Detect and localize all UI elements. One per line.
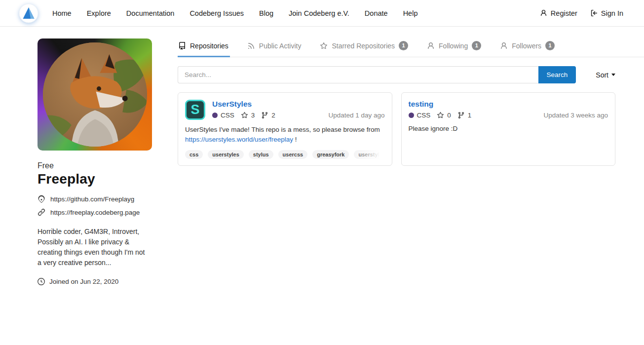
description-text: Please ignore :D <box>409 125 458 132</box>
nav-item-codeberg-issues[interactable]: Codeberg Issues <box>189 9 244 17</box>
sign-in-label: Sign In <box>601 9 623 17</box>
location-pin-icon <box>38 195 45 203</box>
profile-bio: Horrible coder, G4M3R, Introvert, Possib… <box>38 227 150 268</box>
rss-icon <box>247 42 255 50</box>
nav-item-help[interactable]: Help <box>403 9 418 17</box>
star-icon <box>241 112 248 119</box>
nav-item-explore[interactable]: Explore <box>87 9 111 17</box>
nav-item-home[interactable]: Home <box>52 9 72 17</box>
repo-card-head-main: UserStyles CSS 3 2 Updated 1 day ago <box>212 100 385 120</box>
followers-count-badge: 1 <box>545 41 555 50</box>
person-icon <box>500 42 508 50</box>
repo-description: UserStyles I've made! This repo is a mes… <box>185 125 385 144</box>
repo-card-list: S UserStyles CSS 3 2 Updated 1 day ago <box>178 92 644 166</box>
star-count: 3 <box>251 112 255 119</box>
tab-repositories[interactable]: Repositories <box>178 35 230 57</box>
starred-count-badge: 1 <box>399 41 408 50</box>
profile-sidebar: Free Freeplay https://github.com/Freepla… <box>38 27 152 285</box>
profile-tabs: Repositories Public Activity Starred Rep… <box>178 35 644 57</box>
tab-label: Following <box>439 42 468 50</box>
profile-display-name: Freeplay <box>38 171 152 187</box>
fork-icon <box>261 112 268 119</box>
language-label: CSS <box>221 112 234 119</box>
repo-meta-row: CSS 0 1 Updated 3 weeks ago <box>409 112 608 119</box>
fork-count: 2 <box>271 112 275 119</box>
star-count: 0 <box>447 112 451 119</box>
tab-starred-repositories[interactable]: Starred Repositories 1 <box>319 35 410 57</box>
description-link[interactable]: https://userstyles.world/user/freeplay <box>185 136 293 143</box>
clock-icon <box>38 278 45 285</box>
nav-auth-area: Register Sign In <box>540 9 623 17</box>
search-input[interactable] <box>178 66 538 83</box>
codeberg-logo[interactable] <box>19 3 38 23</box>
fork-icon <box>457 112 465 119</box>
repo-card-userstyles: S UserStyles CSS 3 2 Updated 1 day ago <box>178 92 392 166</box>
tab-following[interactable]: Following 1 <box>426 35 483 57</box>
repo-search-row: Search Sort <box>178 66 644 83</box>
repo-description: Please ignore :D <box>409 124 608 134</box>
profile-page: Free Freeplay https://github.com/Freepla… <box>0 27 644 285</box>
topic-pill[interactable]: usercss <box>278 150 308 159</box>
top-navbar: Home Explore Documentation Codeberg Issu… <box>0 0 644 27</box>
profile-content: Repositories Public Activity Starred Rep… <box>178 27 644 285</box>
profile-joined-row: Joined on Jun 22, 2020 <box>38 278 152 285</box>
repo-card-testing: testing CSS 0 1 Updated 3 weeks ago <box>401 92 616 166</box>
tab-public-activity[interactable]: Public Activity <box>247 35 303 57</box>
search-button[interactable]: Search <box>538 66 576 83</box>
repo-topics: css userstyles stylus usercss greasyfork… <box>185 150 385 159</box>
repo-title-link[interactable]: UserStyles <box>212 100 385 109</box>
profile-website-link[interactable]: https://freeplay.codeberg.page <box>50 209 140 216</box>
search-combo: Search <box>178 66 576 83</box>
repo-meta-row: CSS 3 2 Updated 1 day ago <box>212 112 385 119</box>
tab-label: Public Activity <box>259 42 302 50</box>
star-icon <box>437 112 444 119</box>
repo-avatar-letter: S <box>190 102 199 117</box>
language-label: CSS <box>417 112 431 119</box>
profile-website-row: https://freeplay.codeberg.page <box>38 208 152 216</box>
repo-card-head-main: testing CSS 0 1 Updated 3 weeks ago <box>409 100 608 119</box>
topic-pill[interactable]: stylus <box>249 150 273 159</box>
tab-label: Followers <box>512 42 541 50</box>
nav-item-blog[interactable]: Blog <box>259 9 273 17</box>
description-text: UserStyles I've made! This repo is a mes… <box>185 126 380 133</box>
person-icon <box>427 42 435 50</box>
repo-card-header: testing CSS 0 1 Updated 3 weeks ago <box>409 100 608 119</box>
language-color-dot <box>409 113 414 118</box>
profile-location-row: https://github.com/Freeplayg <box>38 195 152 203</box>
profile-username: Free <box>38 161 152 170</box>
topic-pill[interactable]: userstyle <box>354 150 384 159</box>
nav-item-donate[interactable]: Donate <box>365 9 388 17</box>
nav-item-documentation[interactable]: Documentation <box>126 9 175 17</box>
person-icon <box>540 9 547 17</box>
repo-avatar-stylus-logo: S <box>185 100 205 120</box>
sign-in-button[interactable]: Sign In <box>590 9 623 17</box>
caret-down-icon <box>611 74 615 76</box>
updated-timestamp: Updated 3 weeks ago <box>543 112 608 119</box>
star-icon <box>320 42 328 50</box>
sort-label: Sort <box>596 71 608 79</box>
following-count-badge: 1 <box>472 41 481 50</box>
user-avatar <box>38 38 152 151</box>
tab-label: Repositories <box>190 42 228 50</box>
fox-avatar-image <box>43 42 147 147</box>
repo-icon <box>178 42 186 50</box>
nav-item-join-codeberg[interactable]: Join Codeberg e.V. <box>289 9 349 17</box>
repo-title-link[interactable]: testing <box>409 100 608 109</box>
main-nav: Home Explore Documentation Codeberg Issu… <box>52 9 417 17</box>
register-label: Register <box>551 9 577 17</box>
tab-followers[interactable]: Followers 1 <box>499 35 556 57</box>
sort-dropdown[interactable]: Sort <box>596 71 615 79</box>
topic-pill[interactable]: userstyles <box>208 150 243 159</box>
topic-pill[interactable]: greasyfork <box>312 150 349 159</box>
sign-in-icon <box>590 9 598 17</box>
profile-github-link[interactable]: https://github.com/Freeplayg <box>50 195 134 203</box>
register-button[interactable]: Register <box>540 9 577 17</box>
link-icon <box>38 208 45 216</box>
topic-pill[interactable]: css <box>185 150 203 159</box>
repo-card-header: S UserStyles CSS 3 2 Updated 1 day ago <box>185 100 385 120</box>
joined-date: Joined on Jun 22, 2020 <box>49 278 118 285</box>
language-color-dot <box>212 113 218 118</box>
tab-label: Starred Repositories <box>332 42 395 50</box>
fork-count: 1 <box>468 112 472 119</box>
description-suffix: ! <box>295 136 297 143</box>
